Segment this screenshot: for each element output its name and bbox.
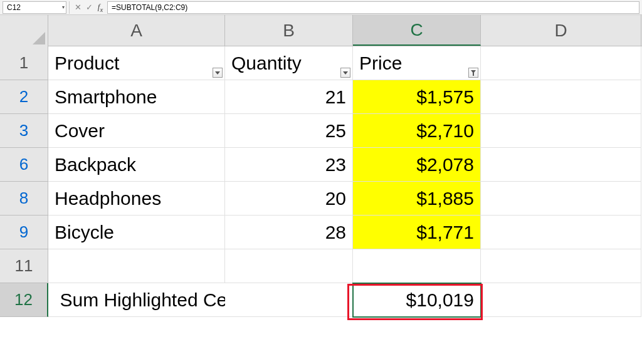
chevron-down-icon: ▾: [62, 4, 65, 10]
row-header[interactable]: 3: [0, 114, 48, 148]
sum-value: $10,019: [406, 289, 474, 311]
spreadsheet: A B C D 1 Product Quantity Price 2 Smart…: [0, 15, 642, 317]
filter-dropdown-icon[interactable]: [213, 68, 223, 78]
table-row: 9 Bicycle 28 $1,771: [0, 216, 642, 249]
cell-empty[interactable]: [225, 249, 353, 283]
confirm-icon[interactable]: ✓: [83, 3, 95, 12]
sum-label: Sum Highlighted Cells: [60, 289, 245, 311]
cell-qty[interactable]: 21: [225, 80, 353, 114]
cancel-icon[interactable]: ✕: [72, 3, 83, 12]
formula-input[interactable]: =SUBTOTAL(9,C2:C9): [107, 1, 639, 14]
column-header-A[interactable]: A: [48, 15, 225, 46]
cell-price[interactable]: $1,885: [353, 182, 481, 216]
cell-empty[interactable]: [481, 216, 641, 249]
cell-empty[interactable]: [48, 249, 225, 283]
table-row: 2 Smartphone 21 $1,575: [0, 80, 642, 114]
filter-dropdown-icon[interactable]: [340, 68, 350, 78]
row-header[interactable]: 6: [0, 148, 48, 182]
row-header[interactable]: 12: [0, 283, 48, 317]
cell-product[interactable]: Bicycle: [48, 216, 225, 249]
header-product: Product: [55, 53, 119, 74]
header-price: Price: [359, 53, 402, 74]
name-box[interactable]: C12 ▾: [3, 1, 66, 14]
filter-active-icon[interactable]: [468, 68, 478, 78]
cell-B1[interactable]: Quantity: [225, 46, 353, 80]
cell-qty[interactable]: 25: [225, 114, 353, 148]
table-row: 6 Backpack 23 $2,078: [0, 148, 642, 182]
row-header[interactable]: 11: [0, 249, 48, 283]
column-header-B[interactable]: B: [225, 15, 353, 46]
header-quantity: Quantity: [231, 53, 302, 74]
formula-bar: C12 ▾ ✕ ✓ fx =SUBTOTAL(9,C2:C9): [0, 0, 642, 15]
cell-qty[interactable]: 28: [225, 216, 353, 249]
cell-empty[interactable]: [481, 249, 641, 283]
select-all-corner[interactable]: [0, 15, 48, 46]
cell-qty[interactable]: 23: [225, 148, 353, 182]
row-sum: 12 Sum Highlighted Cells $10,019: [0, 283, 642, 317]
column-headers: A B C D: [0, 15, 642, 46]
cell-product[interactable]: Smartphone: [48, 80, 225, 114]
separator: [69, 1, 70, 14]
cell-A1[interactable]: Product: [48, 46, 225, 80]
cell-D1[interactable]: [481, 46, 641, 80]
cell-empty[interactable]: [481, 283, 641, 317]
row-blank: 11: [0, 249, 642, 283]
column-header-D[interactable]: D: [481, 15, 641, 46]
cell-empty[interactable]: [481, 148, 641, 182]
cell-C1[interactable]: Price: [353, 46, 481, 80]
cell-sum-label-part1[interactable]: Sum Highlighted Cells: [48, 283, 225, 317]
cell-empty[interactable]: [481, 182, 641, 216]
cell-empty[interactable]: [353, 249, 481, 283]
cell-product[interactable]: Backpack: [48, 148, 225, 182]
row-header[interactable]: 9: [0, 216, 48, 249]
formula-text: =SUBTOTAL(9,C2:C9): [112, 3, 187, 12]
column-header-C[interactable]: C: [353, 15, 481, 46]
cell-product[interactable]: Cover: [48, 114, 225, 148]
table-row: 8 Headphones 20 $1,885: [0, 182, 642, 216]
cell-price[interactable]: $2,710: [353, 114, 481, 148]
row-header-1[interactable]: 1: [0, 46, 48, 80]
svg-marker-0: [33, 32, 45, 44]
cell-price[interactable]: $2,078: [353, 148, 481, 182]
fx-icon[interactable]: fx: [95, 2, 106, 13]
cell-price[interactable]: $1,575: [353, 80, 481, 114]
row-header[interactable]: 8: [0, 182, 48, 216]
cell-price[interactable]: $1,771: [353, 216, 481, 249]
cell-sum-value[interactable]: $10,019: [353, 283, 481, 317]
cell-qty[interactable]: 20: [225, 182, 353, 216]
name-box-value: C12: [7, 3, 21, 12]
select-all-triangle-icon: [33, 32, 45, 44]
cell-sum-label-part2[interactable]: [225, 283, 353, 317]
cell-empty[interactable]: [481, 80, 641, 114]
cell-empty[interactable]: [481, 114, 641, 148]
row-1: 1 Product Quantity Price: [0, 46, 642, 80]
cell-product[interactable]: Headphones: [48, 182, 225, 216]
row-header[interactable]: 2: [0, 80, 48, 114]
table-row: 3 Cover 25 $2,710: [0, 114, 642, 148]
